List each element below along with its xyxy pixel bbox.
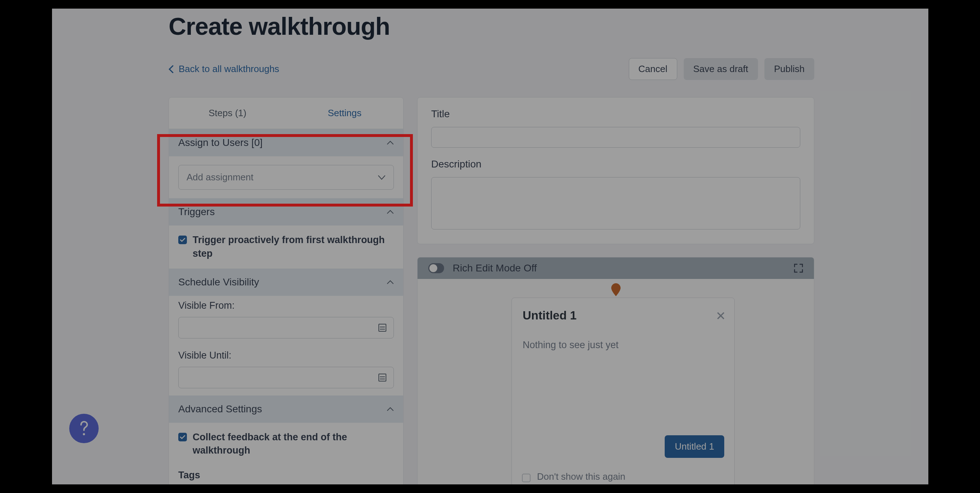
pin-icon bbox=[609, 283, 623, 297]
popup-footer: Don't show this again bbox=[522, 471, 625, 482]
title-label: Title bbox=[431, 108, 800, 120]
chevron-up-icon bbox=[387, 140, 394, 145]
section-schedule-header[interactable]: Schedule Visibility bbox=[169, 269, 403, 296]
popup-next-button[interactable]: Untitled 1 bbox=[665, 435, 724, 458]
section-assign-body: Add assignment bbox=[169, 156, 403, 198]
preview-panel: Rich Edit Mode Off Untitled 1 bbox=[417, 257, 814, 484]
trigger-proactive-label: Trigger proactively from first walkthrou… bbox=[192, 234, 394, 261]
chevron-up-icon bbox=[387, 280, 394, 284]
visible-until-input[interactable] bbox=[178, 367, 394, 388]
dont-show-checkbox[interactable] bbox=[522, 474, 531, 482]
rich-edit-toggle[interactable] bbox=[428, 263, 444, 273]
checkmark-icon bbox=[180, 238, 185, 242]
form-card: Title Description bbox=[417, 97, 814, 244]
back-link-text: Back to all walkthroughs bbox=[179, 64, 279, 75]
add-assignment-placeholder: Add assignment bbox=[186, 172, 253, 183]
description-label: Description bbox=[431, 159, 800, 170]
trigger-proactive-checkbox[interactable] bbox=[178, 235, 187, 244]
tab-steps[interactable]: Steps (1) bbox=[169, 97, 286, 129]
svg-point-0 bbox=[83, 433, 85, 435]
collect-feedback-checkbox[interactable] bbox=[178, 433, 187, 441]
preview-popup: Untitled 1 ✕ Nothing to see just yet Unt… bbox=[512, 297, 735, 484]
right-panel: Title Description Rich Edit Mode Off bbox=[417, 97, 814, 484]
checkmark-icon bbox=[180, 435, 185, 439]
save-draft-button[interactable]: Save as draft bbox=[684, 58, 758, 80]
calendar-icon bbox=[379, 374, 387, 382]
help-fab[interactable] bbox=[69, 414, 99, 443]
question-icon bbox=[78, 421, 89, 436]
page-title: Create walkthrough bbox=[169, 12, 928, 40]
tags-block: Tags Search or create tags bbox=[169, 465, 403, 484]
section-advanced-title: Advanced Settings bbox=[178, 403, 262, 415]
tags-label: Tags bbox=[178, 470, 394, 481]
section-triggers-title: Triggers bbox=[178, 206, 215, 218]
description-input[interactable] bbox=[431, 177, 800, 229]
section-advanced-header[interactable]: Advanced Settings bbox=[169, 396, 403, 423]
settings-panel: Steps (1) Settings Assign to Users [0] A… bbox=[169, 97, 404, 484]
collect-feedback-row[interactable]: Collect feedback at the end of the walkt… bbox=[169, 423, 403, 466]
trigger-proactive-row[interactable]: Trigger proactively from first walkthrou… bbox=[169, 226, 403, 269]
expand-icon[interactable] bbox=[794, 264, 803, 273]
action-buttons: Cancel Save as draft Publish bbox=[629, 58, 814, 80]
chevron-up-icon bbox=[387, 210, 394, 214]
dont-show-label: Don't show this again bbox=[537, 471, 625, 482]
section-assign-title: Assign to Users [0] bbox=[178, 137, 262, 148]
visible-from-label: Visible From: bbox=[178, 300, 394, 311]
chevron-left-icon bbox=[169, 65, 173, 73]
popup-body-text: Nothing to see just yet bbox=[523, 340, 724, 351]
calendar-icon bbox=[379, 324, 387, 332]
visible-until-label: Visible Until: bbox=[178, 350, 394, 361]
add-assignment-dropdown[interactable]: Add assignment bbox=[178, 165, 394, 190]
rich-edit-label: Rich Edit Mode Off bbox=[453, 262, 537, 274]
cancel-button[interactable]: Cancel bbox=[629, 58, 677, 80]
title-input[interactable] bbox=[431, 127, 800, 148]
chevron-up-icon bbox=[387, 407, 394, 411]
popup-close-button[interactable]: ✕ bbox=[716, 309, 725, 323]
popup-title: Untitled 1 bbox=[523, 309, 724, 322]
preview-toolbar: Rich Edit Mode Off bbox=[418, 258, 814, 279]
tab-settings[interactable]: Settings bbox=[286, 97, 404, 129]
visible-until-block: Visible Until: bbox=[169, 346, 403, 396]
collect-feedback-label: Collect feedback at the end of the walkt… bbox=[192, 431, 394, 458]
header-row: Back to all walkthroughs Cancel Save as … bbox=[169, 58, 814, 80]
preview-body: Untitled 1 ✕ Nothing to see just yet Unt… bbox=[418, 279, 814, 484]
back-link[interactable]: Back to all walkthroughs bbox=[169, 64, 279, 75]
section-schedule-title: Schedule Visibility bbox=[178, 277, 259, 288]
publish-button[interactable]: Publish bbox=[764, 58, 814, 80]
visible-from-block: Visible From: bbox=[169, 296, 403, 346]
section-assign-header[interactable]: Assign to Users [0] bbox=[169, 129, 403, 156]
tabs: Steps (1) Settings bbox=[169, 97, 403, 129]
section-triggers-header[interactable]: Triggers bbox=[169, 198, 403, 226]
visible-from-input[interactable] bbox=[178, 317, 394, 339]
chevron-down-icon bbox=[378, 175, 386, 180]
